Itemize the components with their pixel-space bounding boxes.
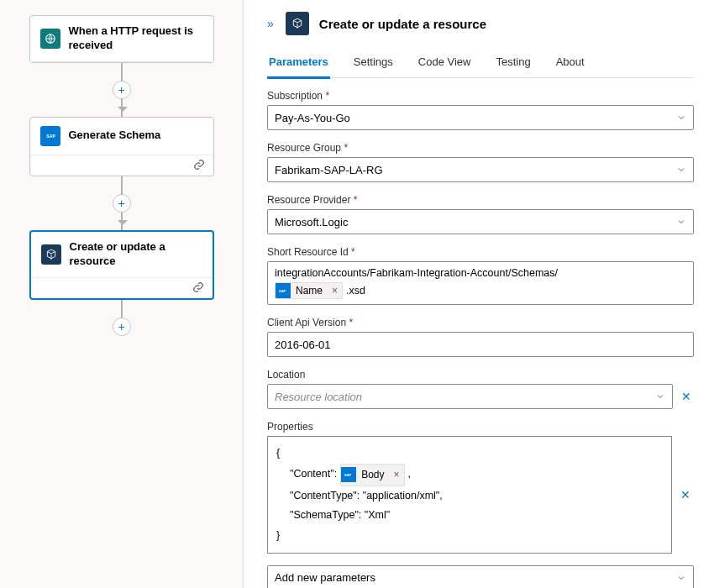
sap-icon: SAP — [341, 467, 356, 482]
cube-icon — [41, 244, 61, 265]
label-short-resource-id: Short Resource Id * — [267, 246, 694, 258]
sap-icon: SAP — [40, 126, 60, 146]
connector — [121, 300, 123, 318]
add-step-button[interactable]: + — [113, 318, 131, 336]
tab-code-view[interactable]: Code View — [417, 49, 473, 77]
field-resource-provider: Resource Provider * Microsoft.Logic — [267, 194, 694, 234]
sap-icon: SAP — [276, 283, 291, 298]
add-step-button[interactable]: + — [113, 194, 131, 213]
svg-text:SAP: SAP — [279, 289, 286, 293]
short-resource-id-input[interactable]: integrationAccounts/Fabrikam-Integration… — [267, 261, 694, 305]
clear-properties-button[interactable]: ✕ — [677, 486, 694, 503]
chevron-down-icon — [676, 165, 686, 175]
cube-icon — [286, 12, 309, 35]
label-resource-group: Resource Group * — [267, 142, 694, 154]
properties-editor[interactable]: { "Content": SAP Body × , "ContentType":… — [267, 436, 672, 554]
field-properties: Properties { "Content": SAP Body × , "Co… — [267, 421, 694, 554]
chevron-down-icon — [676, 217, 686, 227]
flow-node-http-trigger[interactable]: When a HTTP request is received — [29, 15, 214, 63]
svg-text:SAP: SAP — [46, 134, 55, 139]
pane-header: » Create or update a resource — [267, 8, 694, 45]
add-step-button[interactable]: + — [113, 81, 131, 99]
add-new-parameters-select[interactable]: Add new parameters — [267, 565, 694, 588]
field-resource-group: Resource Group * Fabrikam-SAP-LA-RG — [267, 142, 694, 182]
field-add-new-parameters: Add new parameters — [267, 565, 694, 588]
tab-settings[interactable]: Settings — [352, 49, 395, 77]
connector — [121, 98, 123, 117]
field-location: Location Resource location ✕ — [267, 369, 694, 409]
token-name[interactable]: SAP Name × — [275, 282, 343, 299]
chevron-down-icon — [676, 113, 686, 123]
label-resource-provider: Resource Provider * — [267, 194, 694, 206]
chevron-down-icon — [676, 573, 686, 583]
field-client-api-version: Client Api Version * — [267, 317, 694, 357]
flow-node-generate-schema[interactable]: SAP Generate Schema — [29, 117, 214, 176]
flow-node-title: Generate Schema — [69, 129, 161, 143]
resource-group-select[interactable]: Fabrikam-SAP-LA-RG — [267, 157, 694, 182]
label-properties: Properties — [267, 421, 694, 433]
tab-testing[interactable]: Testing — [494, 49, 532, 77]
flow-node-title: Create or update a resource — [70, 240, 202, 269]
location-select[interactable]: Resource location — [267, 384, 673, 409]
chevron-down-icon — [655, 391, 665, 402]
label-subscription: Subscription * — [267, 90, 694, 102]
remove-token-icon[interactable]: × — [328, 285, 342, 297]
action-details-pane: » Create or update a resource Parameters… — [244, 0, 714, 588]
resource-provider-select[interactable]: Microsoft.Logic — [267, 209, 694, 234]
clear-location-button[interactable]: ✕ — [678, 388, 694, 405]
field-subscription: Subscription * Pay-As-You-Go — [267, 90, 694, 130]
client-api-version-input[interactable] — [267, 332, 694, 357]
tab-bar: Parameters Settings Code View Testing Ab… — [267, 49, 694, 78]
connection-icon — [193, 159, 205, 174]
remove-token-icon[interactable]: × — [390, 465, 404, 485]
label-client-api-version: Client Api Version * — [267, 317, 694, 328]
collapse-chevrons-icon[interactable]: » — [267, 17, 274, 30]
pane-title: Create or update a resource — [319, 17, 486, 31]
token-body[interactable]: SAP Body × — [340, 464, 404, 486]
field-short-resource-id: Short Resource Id * integrationAccounts/… — [267, 246, 694, 305]
subscription-select[interactable]: Pay-As-You-Go — [267, 105, 694, 130]
svg-text:SAP: SAP — [344, 473, 352, 477]
flow-node-title: When a HTTP request is received — [69, 24, 203, 53]
http-icon — [40, 29, 60, 49]
label-location: Location — [267, 369, 694, 381]
connector — [121, 212, 123, 230]
connector — [121, 176, 123, 195]
connection-icon — [192, 281, 204, 297]
client-api-version-text[interactable] — [275, 339, 686, 351]
flow-node-create-resource[interactable]: Create or update a resource — [29, 230, 214, 300]
workflow-canvas: When a HTTP request is received + SAP Ge… — [0, 0, 244, 588]
connector — [121, 63, 123, 81]
tab-parameters[interactable]: Parameters — [267, 49, 330, 79]
tab-about[interactable]: About — [554, 49, 586, 77]
